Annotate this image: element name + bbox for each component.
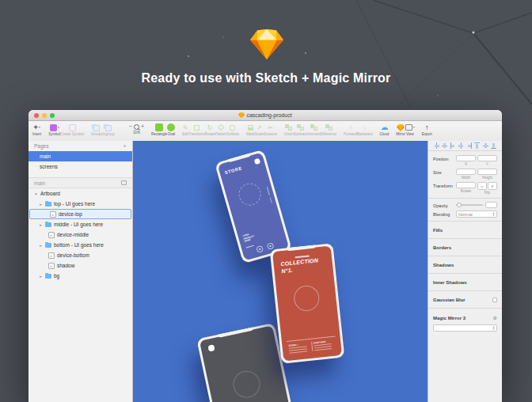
opacity-field[interactable] — [485, 202, 497, 208]
difference-button[interactable]: Difference — [321, 123, 336, 136]
symbol-icon — [50, 124, 57, 131]
sketch-window: cascading-product +▾ Insert ▾ Symbol Cre… — [28, 110, 502, 402]
fills-section-header[interactable]: Fills — [433, 225, 497, 235]
distribute-vertically-icon[interactable] — [442, 142, 447, 149]
scissors-button[interactable]: ✂ Scissors — [264, 123, 277, 136]
phone-mockup-middle[interactable]: COLLECTION N°1. STORE 1 SHOP NOW — [270, 243, 345, 364]
eyebrow-text-bar — [295, 255, 310, 257]
gear-icon[interactable]: ⚙ — [493, 315, 497, 320]
outlines-button[interactable]: Outlines — [226, 123, 239, 136]
align-middle-icon[interactable] — [483, 142, 488, 149]
rotate-button[interactable]: ↻ Rotate — [204, 123, 215, 136]
position-x-field[interactable] — [456, 155, 476, 161]
magic-mirror-section-header[interactable]: Magic Mirror 3 ⚙ — [433, 312, 497, 323]
align-right-icon[interactable] — [466, 142, 472, 149]
layer-row-group-top[interactable]: ▸ top - UI goes here — [28, 199, 132, 209]
backward-button[interactable]: ↓ Backward — [357, 123, 373, 136]
view-button[interactable]: ▾ View — [405, 123, 415, 136]
layer-row-device-top[interactable]: device-top — [29, 209, 131, 219]
ungroup-button[interactable]: Ungroup — [101, 123, 115, 136]
align-bottom-icon[interactable] — [491, 142, 496, 149]
layer-row-group-bg[interactable]: ▸ bg — [28, 271, 132, 281]
chevron-down-icon: ▾ — [39, 126, 40, 129]
phone-mockup-top[interactable]: STORE LONG PRODUCT NAME — [215, 150, 292, 264]
rectangle-tool-button[interactable]: Rectangle — [151, 123, 167, 136]
mask-button[interactable]: Mask — [246, 123, 255, 136]
create-symbol-button[interactable]: Create Symbol — [60, 123, 84, 136]
magic-mirror-dropdown[interactable]: ▲▼ — [433, 324, 497, 332]
pages-header: Pages + — [28, 141, 132, 151]
disclosure-right-icon[interactable]: ▸ — [39, 274, 43, 279]
layer-row-shadow[interactable]: shadow — [28, 260, 132, 271]
union-button[interactable]: Union — [284, 123, 294, 136]
flatten-button[interactable]: Flatten — [215, 123, 226, 136]
edit-button[interactable]: ✎ Edit — [182, 123, 188, 136]
layer-row-artboard[interactable]: ▾ Artboard — [28, 188, 132, 199]
add-page-button[interactable]: + — [123, 142, 127, 150]
forward-button[interactable]: ↑ Forward — [344, 123, 357, 136]
align-left-icon[interactable] — [450, 142, 456, 149]
disclosure-right-icon[interactable]: ▸ — [39, 222, 43, 227]
image-layer-icon — [48, 232, 55, 238]
zoom-out-button[interactable]: − — [129, 123, 132, 130]
opacity-slider[interactable] — [456, 204, 483, 206]
symbol-button[interactable]: ▾ Symbol — [48, 123, 60, 136]
artboard-view-icon[interactable] — [121, 180, 127, 185]
intersect-button[interactable]: Intersect — [307, 123, 321, 136]
mask-icon — [248, 125, 253, 131]
gaussian-blur-checkbox[interactable] — [492, 298, 497, 302]
layer-row-group-middle[interactable]: ▸ middle - UI goes here — [28, 219, 132, 229]
zoom-control[interactable]: −+ 31% — [129, 123, 144, 135]
avatar-circle — [254, 158, 261, 165]
toolbar: +▾ Insert ▾ Symbol Create Symbol Group U… — [28, 121, 502, 142]
position-row: Position X Y — [433, 155, 497, 166]
flip-horizontal-button[interactable]: ⇋ — [477, 182, 487, 190]
position-y-field[interactable] — [477, 155, 497, 161]
align-top-icon[interactable] — [474, 142, 480, 149]
difference-icon — [325, 124, 332, 131]
distribute-horizontally-icon[interactable] — [434, 142, 439, 149]
layer-row-device-middle[interactable]: device-middle — [28, 229, 132, 240]
mirror-button[interactable]: Mirror — [396, 123, 405, 136]
inner-shadows-section-header[interactable]: Inner Shadows — [433, 277, 497, 287]
page-item-main[interactable]: main — [28, 151, 132, 161]
blending-select[interactable]: Normal ▲▼ — [456, 210, 497, 218]
canvas[interactable]: STORE LONG PRODUCT NAME — [133, 141, 428, 402]
zoom-window-button[interactable] — [50, 113, 55, 118]
flip-vertical-button[interactable]: ⇵ — [488, 182, 497, 190]
sketch-logo — [250, 29, 283, 63]
blending-row: Blending Normal ▲▼ — [433, 210, 497, 218]
layer-row-device-bottom[interactable]: device-bottom — [28, 250, 132, 260]
subtract-button[interactable]: Subtract — [294, 123, 307, 136]
close-window-button[interactable] — [34, 113, 39, 118]
insert-button[interactable]: +▾ Insert — [32, 123, 41, 136]
export-button[interactable]: ↑ Export — [422, 123, 432, 136]
rotate-field[interactable] — [456, 182, 476, 188]
zoom-in-button[interactable]: + — [141, 123, 144, 130]
align-center-icon[interactable] — [458, 142, 464, 149]
chevron-down-icon: ▾ — [413, 126, 415, 129]
rotate-icon: ↻ — [207, 124, 213, 131]
divider — [428, 221, 502, 222]
height-field[interactable] — [477, 169, 497, 175]
gaussian-blur-section-header[interactable]: Gaussian Blur — [433, 294, 497, 305]
layer-row-group-bottom[interactable]: ▸ bottom - UI goes here — [28, 240, 132, 250]
transform-button[interactable]: Transform — [188, 123, 204, 136]
chevron-down-icon: ▾ — [58, 126, 59, 129]
scale-button[interactable]: ↗ Scale — [255, 123, 264, 136]
shadows-section-header[interactable]: Shadows — [433, 260, 497, 270]
borders-section-header[interactable]: Borders — [433, 242, 497, 252]
page-item-screens[interactable]: screens — [28, 161, 132, 172]
disclosure-down-icon[interactable]: ▾ — [34, 192, 38, 196]
group-button[interactable]: Group — [91, 123, 101, 136]
disclosure-right-icon[interactable]: ▸ — [39, 202, 43, 207]
oval-tool-button[interactable]: Oval — [167, 123, 175, 136]
disclosure-right-icon[interactable]: ▸ — [39, 243, 43, 248]
group-icon — [92, 124, 100, 131]
minimize-window-button[interactable] — [42, 113, 47, 118]
dashed-circle-graphic — [236, 180, 264, 208]
image-layer-icon — [50, 211, 56, 218]
cloud-button[interactable]: ☁ Cloud — [380, 123, 390, 136]
slider-knob[interactable] — [457, 203, 462, 207]
width-field[interactable] — [456, 169, 476, 175]
